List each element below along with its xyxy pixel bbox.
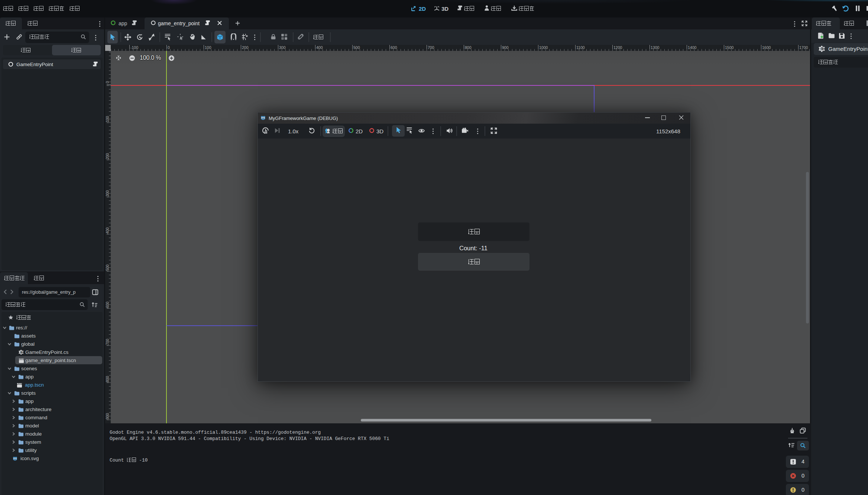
svg-text:C: C [821, 47, 823, 51]
svg-text:C: C [20, 351, 22, 354]
